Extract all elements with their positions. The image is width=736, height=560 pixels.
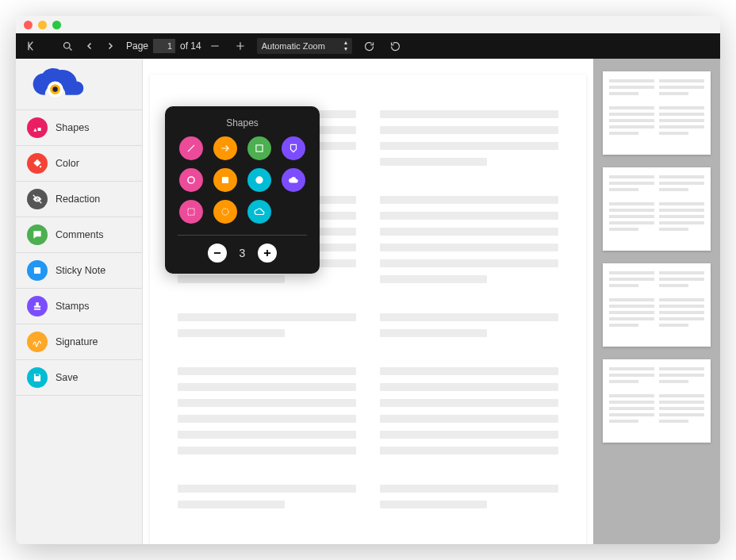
sidebar-item-label: Shapes: [56, 122, 89, 133]
zoom-out-button[interactable]: [206, 39, 224, 53]
page-total: of 14: [180, 40, 201, 52]
sidebar-item-label: Save: [56, 372, 79, 383]
note-icon: [27, 260, 48, 281]
size-decrease-button[interactable]: [208, 244, 227, 263]
page-column-right: [380, 110, 558, 508]
next-page-button[interactable]: [102, 40, 118, 52]
shape-circle-dot-button[interactable]: [213, 200, 237, 224]
shape-rect-filled-button[interactable]: [213, 168, 237, 192]
sidebar-item-shapes[interactable]: Shapes: [16, 109, 142, 146]
prev-page-button[interactable]: [82, 40, 98, 52]
shape-cloud-button[interactable]: [247, 200, 271, 224]
sidebar-item-save[interactable]: Save: [16, 360, 142, 396]
minimize-window-button[interactable]: [38, 21, 47, 29]
document-area: Shapes 3: [143, 59, 593, 544]
maximize-window-button[interactable]: [52, 21, 61, 29]
rotate-cw-button[interactable]: [360, 39, 378, 54]
shape-ring-button[interactable]: [179, 168, 203, 192]
page-thumbnail[interactable]: [603, 71, 711, 155]
sidebar-item-label: Color: [56, 158, 79, 169]
svg-rect-6: [34, 267, 40, 274]
search-button[interactable]: [59, 39, 77, 54]
toolbar: Page of 14 Automatic Zoom ▴▾: [16, 33, 720, 59]
zoom-select[interactable]: Automatic Zoom ▴▾: [257, 38, 352, 54]
paint-icon: [27, 153, 48, 174]
titlebar: [16, 16, 720, 33]
thumbnail-panel: [593, 59, 720, 544]
svg-rect-4: [38, 128, 41, 131]
shape-circle-fill-button[interactable]: [247, 168, 271, 192]
sidebar-item-label: Stamps: [56, 301, 89, 312]
svg-point-10: [188, 177, 194, 183]
svg-point-5: [40, 166, 41, 167]
svg-rect-9: [256, 145, 263, 152]
svg-point-14: [222, 209, 228, 215]
shape-polygon-button[interactable]: [282, 136, 305, 160]
sidebar-toggle-button[interactable]: [22, 38, 41, 54]
shapes-icon: [27, 117, 48, 138]
shape-arrow-button[interactable]: [213, 136, 237, 160]
size-value: 3: [240, 247, 246, 259]
shapes-popup: Shapes 3: [165, 106, 320, 274]
zoom-in-button[interactable]: [232, 39, 249, 53]
shape-rect-button[interactable]: [247, 136, 271, 160]
svg-rect-8: [36, 374, 40, 376]
svg-point-12: [255, 176, 263, 183]
close-window-button[interactable]: [24, 21, 33, 29]
chat-icon: [27, 224, 48, 245]
sidebar: ShapesColorRedactionCommentsSticky NoteS…: [16, 59, 143, 544]
page-label: Page: [126, 40, 148, 52]
sign-icon: [27, 332, 48, 352]
zoom-select-value: Automatic Zoom: [262, 41, 325, 51]
eye-off-icon: [27, 189, 48, 209]
sidebar-item-label: Comments: [56, 229, 103, 240]
svg-rect-13: [188, 209, 194, 215]
size-increase-button[interactable]: [258, 244, 277, 263]
sidebar-item-comments[interactable]: Comments: [16, 217, 142, 253]
select-caret-icon: ▴▾: [344, 40, 347, 52]
app-window: Page of 14 Automatic Zoom ▴▾: [16, 16, 720, 544]
page-number-input[interactable]: [153, 39, 175, 53]
sidebar-item-signature[interactable]: Signature: [16, 324, 142, 360]
svg-point-0: [64, 42, 71, 48]
stamp-icon: [27, 296, 48, 316]
page-thumbnail[interactable]: [603, 359, 711, 443]
svg-rect-7: [34, 309, 40, 310]
sidebar-item-label: Redaction: [56, 194, 100, 205]
sidebar-item-label: Signature: [56, 336, 98, 347]
shape-rect-dotted-button[interactable]: [179, 200, 203, 224]
rotate-ccw-button[interactable]: [386, 39, 404, 54]
sidebar-item-redaction[interactable]: Redaction: [16, 182, 142, 217]
svg-rect-11: [222, 177, 228, 183]
sidebar-item-sticky-note[interactable]: Sticky Note: [16, 253, 142, 289]
sidebar-item-label: Sticky Note: [56, 265, 105, 276]
page-thumbnail[interactable]: [603, 167, 711, 251]
shape-line-button[interactable]: [179, 136, 203, 160]
save-icon: [27, 367, 48, 388]
popup-divider: [178, 235, 307, 236]
sidebar-item-color[interactable]: Color: [16, 146, 142, 182]
page-thumbnail[interactable]: [603, 263, 711, 347]
shape-cloud-fill-button[interactable]: [282, 168, 305, 192]
size-stepper: 3: [178, 244, 307, 263]
sidebar-item-stamps[interactable]: Stamps: [16, 289, 142, 324]
app-logo: [16, 59, 142, 109]
shapes-popup-title: Shapes: [178, 117, 307, 128]
svg-point-3: [52, 86, 57, 91]
